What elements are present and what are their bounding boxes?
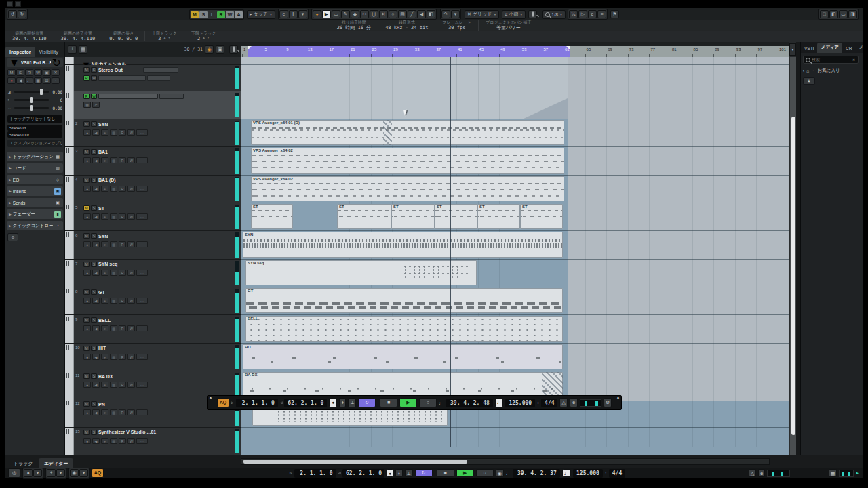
auto-quantize-button[interactable]: AQ <box>217 398 229 407</box>
read-button[interactable]: R <box>119 270 126 276</box>
auto-quantize-button[interactable]: AQ <box>92 468 104 478</box>
record-enable-button[interactable]: ● <box>83 214 91 220</box>
read-button[interactable]: R <box>119 438 126 444</box>
gear-icon[interactable]: ⚙ <box>7 233 18 241</box>
read-button[interactable]: R <box>119 354 126 360</box>
record-enable-button[interactable]: ● <box>83 409 91 415</box>
time-signature-display[interactable]: 4/4 <box>609 469 625 478</box>
metronome-icon[interactable]: △ <box>559 398 568 407</box>
solo-button[interactable]: S <box>91 205 97 211</box>
record-enable-button[interactable]: ● <box>7 77 16 84</box>
window-menu-icon-2[interactable] <box>15 1 21 7</box>
comp-tool[interactable]: ▤ <box>398 10 407 18</box>
lane-SYN[interactable]: VPS Avenger_x64 01 (D) <box>241 119 789 147</box>
input-routing-field[interactable]: Stereo In <box>7 125 62 131</box>
track-row-GT[interactable]: 8MSGT●◀e▥RW⋯ <box>65 287 241 315</box>
vertical-scrollbar[interactable] <box>789 57 796 455</box>
midi-clip-ST[interactable]: ST <box>337 204 391 229</box>
write-button[interactable]: W <box>34 69 42 76</box>
edit-click-icon[interactable]: e <box>570 398 578 407</box>
range-value[interactable]: 2 <box>197 36 200 41</box>
automation-m-button[interactable]: M <box>191 11 199 18</box>
write-button[interactable]: W <box>127 325 135 331</box>
solo-button[interactable]: S <box>91 289 97 295</box>
range-value[interactable]: 30. 4. 4.110 <box>12 36 47 41</box>
mute-button[interactable]: M <box>83 233 90 239</box>
write-button[interactable]: W <box>127 354 135 360</box>
write-button[interactable]: W <box>127 438 135 444</box>
metronome-icon[interactable]: △ <box>749 469 756 477</box>
write-button[interactable]: W <box>127 157 135 163</box>
monitor-button[interactable]: ◀ <box>92 438 100 444</box>
move-icon[interactable]: ✛ <box>289 10 298 18</box>
tempo-stepper[interactable]: ↕ <box>605 471 607 475</box>
lanes-button[interactable]: ⋯ <box>136 241 148 247</box>
instrument-icon[interactable]: ▥ <box>110 270 117 276</box>
delay-slider[interactable]: ↔0.00 <box>7 104 62 111</box>
instrument-icon[interactable]: ▦ <box>83 102 91 108</box>
automation-l-button[interactable]: L <box>208 11 216 18</box>
midi-clip-BELL[interactable]: BELL <box>245 316 563 341</box>
chevron-down-icon[interactable]: ▾ <box>56 469 65 477</box>
lane-入出力チャンネル[interactable] <box>241 57 789 65</box>
track-row-SYN[interactable]: 6MSSYN●◀e▥RW⋯ <box>65 231 241 259</box>
vertical-scrollbar-thumb[interactable] <box>791 117 795 435</box>
instrument-icon[interactable]: ▥ <box>110 438 117 444</box>
undo-icon[interactable]: ↺ <box>8 10 17 18</box>
midi-clip-GT[interactable]: GT <box>245 288 563 313</box>
lanes-button[interactable]: ⋯ <box>136 325 148 331</box>
solo-button[interactable]: S <box>91 67 97 73</box>
zoom-tool[interactable]: ○ <box>389 10 397 18</box>
midi-button[interactable]: ♩ <box>25 77 33 84</box>
glue-tool[interactable]: ⋃ <box>370 10 378 18</box>
quantize-option-0[interactable]: ¼ <box>569 10 578 18</box>
track-row-Synthesizer V Studio ...01[interactable]: 13MSSynthesizer V Studio ...01●◀e▥RW⋯ <box>65 428 241 455</box>
return-to-start-button[interactable]: ◉ <box>496 469 504 477</box>
media-nav-row[interactable]: ‹ ⌂ ・ お気に入り <box>803 66 859 75</box>
right-locator-display[interactable]: 62. 2. 1. 0 <box>342 469 384 478</box>
read-button[interactable]: R <box>83 94 90 99</box>
mute-button[interactable]: M <box>83 67 90 73</box>
chevron-down-icon[interactable]: ▾ <box>298 10 307 18</box>
play-button[interactable]: ▶ <box>399 398 417 407</box>
left-locator-display[interactable]: 2. 1. 1. 0 <box>236 399 278 407</box>
write-button[interactable]: W <box>127 129 135 136</box>
mute-tool[interactable]: ✕ <box>379 10 388 18</box>
monitor-button[interactable]: ◀ <box>92 241 100 247</box>
punch-out-button[interactable]: ⊥ <box>405 469 413 477</box>
quantize-option-2[interactable]: e <box>588 10 597 18</box>
inspector-section-6[interactable]: ▶クイックコントロール◔ <box>7 221 63 230</box>
quantize-dropdown[interactable]: 1/8▼ <box>542 10 566 19</box>
add-favorite-button[interactable]: ★ <box>803 77 815 85</box>
chevron-down-icon[interactable]: ▾ <box>79 469 88 477</box>
record-enable-button[interactable]: ● <box>83 382 91 388</box>
monitor-button[interactable]: ◀ <box>92 409 100 415</box>
track-row-ST[interactable]: 5MSST●◀e▥RW⋯ <box>65 203 241 231</box>
close-icon[interactable]: ✕ <box>209 395 212 400</box>
instrument-icon[interactable]: ▥ <box>110 409 117 415</box>
stepper-icon[interactable]: ▲ ▼ <box>163 36 171 41</box>
read-button[interactable]: R <box>119 186 126 192</box>
record-enable-button[interactable]: ● <box>83 241 91 247</box>
punch-out-button[interactable]: ⊥ <box>348 398 356 407</box>
tab-visibility[interactable]: Visibility <box>35 47 63 57</box>
tempo-track-icon[interactable]: ♩ <box>562 469 571 477</box>
gear-icon[interactable]: ⚙ <box>604 398 612 407</box>
output-routing-field[interactable]: Stereo Out <box>7 131 62 138</box>
midi-clip-ST[interactable]: ST <box>520 204 563 229</box>
edit-channel-button[interactable]: ▣ <box>43 69 51 76</box>
midi-clip-ST[interactable]: ST <box>391 204 435 229</box>
split-tool[interactable]: ✂ <box>360 10 369 18</box>
lanes-button[interactable]: ⋯ <box>136 354 148 360</box>
track-title-bar[interactable]: ▼VSti1 Full B...PM↻ <box>7 58 63 67</box>
stop-button[interactable]: ■ <box>380 398 397 407</box>
lanes-button[interactable]: ⋯ <box>136 186 148 192</box>
solo-button[interactable]: S <box>91 121 97 127</box>
track-row-rack[interactable]: RW▦⊂ <box>65 92 241 119</box>
solo-button[interactable]: S <box>91 149 97 155</box>
chevron-down-icon[interactable]: ▾ <box>451 10 460 18</box>
monitor-button[interactable]: ◀ <box>92 325 100 331</box>
mute-button[interactable]: M <box>83 121 90 127</box>
midi-clip-VPS Avenger_x64 01 (D)[interactable]: VPS Avenger_x64 01 (D) <box>251 120 564 145</box>
inspector-section-3[interactable]: ▶Inserts▣ <box>7 186 63 196</box>
